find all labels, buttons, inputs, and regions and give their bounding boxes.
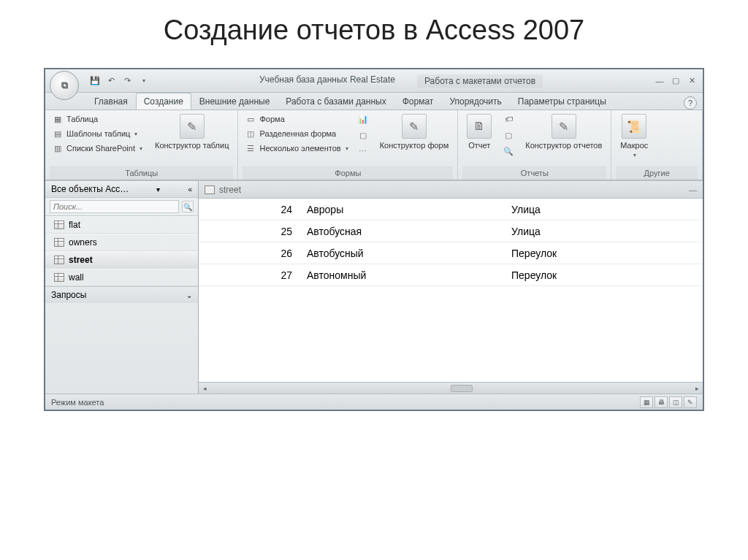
status-bar: Режим макета ▦ 🖶 ◫ ✎ xyxy=(45,394,703,410)
report-row[interactable]: 26АвтобусныйПереулок xyxy=(199,242,703,264)
scroll-left-icon[interactable]: ◂ xyxy=(199,383,210,394)
nav-item-flat[interactable]: flat xyxy=(45,216,198,234)
blank-report-icon[interactable]: ▢ xyxy=(502,129,515,142)
ribbon-tabs: Главная Создание Внешние данные Работа с… xyxy=(45,93,703,110)
ribbon-group-tables: ▦Таблица ▤Шаблоны таблиц ▥Списки SharePo… xyxy=(45,110,238,180)
tab-home[interactable]: Главная xyxy=(86,93,136,110)
cell-id: 26 xyxy=(199,248,301,259)
navigation-pane: Все объекты Acc… ▾ « 🔍 flatownersstreetw… xyxy=(45,181,199,394)
nav-item-owners[interactable]: owners xyxy=(45,234,198,251)
scroll-thumb[interactable] xyxy=(451,385,473,392)
status-text: Режим макета xyxy=(51,398,104,407)
search-icon[interactable]: 🔍 xyxy=(182,201,194,212)
split-form-button[interactable]: ◫Разделенная форма xyxy=(243,127,350,140)
report-row[interactable]: 25АвтобуснаяУлица xyxy=(199,220,703,242)
report-wizard-icon[interactable]: 🔍 xyxy=(502,145,515,158)
multi-icon: ☰ xyxy=(245,142,256,154)
close-button[interactable]: ✕ xyxy=(685,76,698,86)
cell-type: Улица xyxy=(505,204,703,215)
quick-access-toolbar: 💾 ↶ ↷ xyxy=(89,75,149,87)
tab-arrange[interactable]: Упорядочить xyxy=(441,93,509,110)
form-button[interactable]: ▭Форма xyxy=(243,112,350,126)
qat-dropdown-icon[interactable] xyxy=(137,75,149,87)
designer-icon: ✎ xyxy=(180,114,205,139)
macro-button[interactable]: 📜 Макрос xyxy=(616,112,652,160)
table-icon xyxy=(54,273,64,282)
report-designer-icon: ✎ xyxy=(552,114,576,139)
tab-external-data[interactable]: Внешние данные xyxy=(191,93,278,110)
table-icon xyxy=(54,220,64,229)
collapse-icon[interactable]: « xyxy=(188,185,192,193)
table-icon xyxy=(54,238,64,247)
tab-page-setup[interactable]: Параметры страницы xyxy=(510,93,614,110)
work-area: Все объекты Acc… ▾ « 🔍 flatownersstreetw… xyxy=(45,180,703,394)
horizontal-scrollbar[interactable]: ◂ ▸ xyxy=(199,382,703,394)
nav-pane-header[interactable]: Все объекты Acc… ▾ « xyxy=(45,181,198,198)
maximize-button[interactable]: ▢ xyxy=(669,76,682,86)
redo-icon[interactable]: ↷ xyxy=(121,75,133,87)
minimize-button[interactable]: — xyxy=(653,76,666,86)
blank-form-icon[interactable]: ▢ xyxy=(356,129,370,142)
sharepoint-lists-button[interactable]: ▥Списки SharePoint xyxy=(50,142,145,155)
form-designer-icon: ✎ xyxy=(402,114,427,139)
view-design-icon[interactable]: ✎ xyxy=(684,396,697,408)
tab-format[interactable]: Формат xyxy=(394,93,442,110)
template-icon: ▤ xyxy=(52,128,64,139)
title-bar: ⧉ 💾 ↶ ↷ Учебная база данных Real Estate … xyxy=(45,69,703,93)
nav-item-street[interactable]: street xyxy=(45,251,198,269)
table-button[interactable]: ▦Таблица xyxy=(50,112,145,126)
cell-name: Автобусный xyxy=(301,248,505,259)
nav-item-label: owners xyxy=(69,237,97,248)
doc-minimize-icon[interactable]: — xyxy=(689,185,697,194)
table-templates-button[interactable]: ▤Шаблоны таблиц xyxy=(50,127,145,140)
labels-icon[interactable]: 🏷 xyxy=(502,112,515,126)
report-designer-button[interactable]: ✎ Конструктор отчетов xyxy=(521,112,606,151)
report-row[interactable]: 27АвтономныйПереулок xyxy=(199,264,703,286)
report-body: 24АврорыУлица25АвтобуснаяУлица26Автобусн… xyxy=(199,199,703,382)
cell-type: Переулок xyxy=(505,269,703,281)
nav-item-label: wall xyxy=(69,272,84,283)
document-tab-bar: street — xyxy=(199,181,703,199)
cell-name: Авроры xyxy=(301,204,505,215)
cell-type: Улица xyxy=(505,226,703,237)
ribbon-group-other: 📜 Макрос Другие xyxy=(611,110,703,180)
pivotchart-icon[interactable]: 📊 xyxy=(356,112,370,126)
more-forms-icon[interactable]: ⋯ xyxy=(356,145,370,158)
save-icon[interactable]: 💾 xyxy=(89,75,101,87)
nav-items: flatownersstreetwall xyxy=(45,216,198,286)
table-designer-button[interactable]: ✎ Конструктор таблиц xyxy=(150,112,233,151)
ribbon-group-reports: 🗎 Отчет 🏷 ▢ 🔍 ✎ Конструктор отчетов Отче… xyxy=(458,110,611,180)
tab-database-tools[interactable]: Работа с базами данных xyxy=(278,93,394,110)
table-icon: ▦ xyxy=(52,113,64,125)
report-icon: 🗎 xyxy=(467,114,492,139)
nav-section-queries[interactable]: Запросы ⌄ xyxy=(45,286,198,303)
view-layout-icon[interactable]: ◫ xyxy=(669,396,682,408)
group-label-tables: Таблицы xyxy=(50,166,233,180)
nav-item-label: street xyxy=(69,255,93,265)
view-print-icon[interactable]: 🖶 xyxy=(654,396,668,408)
cell-type: Переулок xyxy=(505,248,703,259)
split-form-icon: ◫ xyxy=(245,128,256,139)
report-button[interactable]: 🗎 Отчет xyxy=(462,112,496,151)
document-tab-title[interactable]: street xyxy=(219,185,241,195)
cell-id: 27 xyxy=(199,269,301,281)
form-designer-button[interactable]: ✎ Конструктор форм xyxy=(375,112,454,151)
cell-name: Автобусная xyxy=(301,226,505,237)
nav-item-wall[interactable]: wall xyxy=(45,269,198,286)
form-icon: ▭ xyxy=(245,113,256,125)
multi-items-button[interactable]: ☰Несколько элементов xyxy=(243,142,350,155)
table-icon xyxy=(54,256,64,264)
chevron-icon: ⌄ xyxy=(186,291,192,299)
view-report-icon[interactable]: ▦ xyxy=(640,396,653,408)
tab-create[interactable]: Создание xyxy=(136,93,191,110)
report-row[interactable]: 24АврорыУлица xyxy=(199,199,703,220)
nav-item-label: flat xyxy=(69,220,80,230)
help-button[interactable]: ? xyxy=(684,96,697,110)
chevron-down-icon: ▾ xyxy=(156,185,160,193)
scroll-right-icon[interactable]: ▸ xyxy=(691,383,703,394)
office-button[interactable]: ⧉ xyxy=(50,71,79,100)
ribbon: ▦Таблица ▤Шаблоны таблиц ▥Списки SharePo… xyxy=(45,110,703,180)
search-input[interactable] xyxy=(50,200,179,213)
context-tab-title: Работа с макетами отчетов xyxy=(417,74,543,88)
undo-icon[interactable]: ↶ xyxy=(105,75,117,87)
